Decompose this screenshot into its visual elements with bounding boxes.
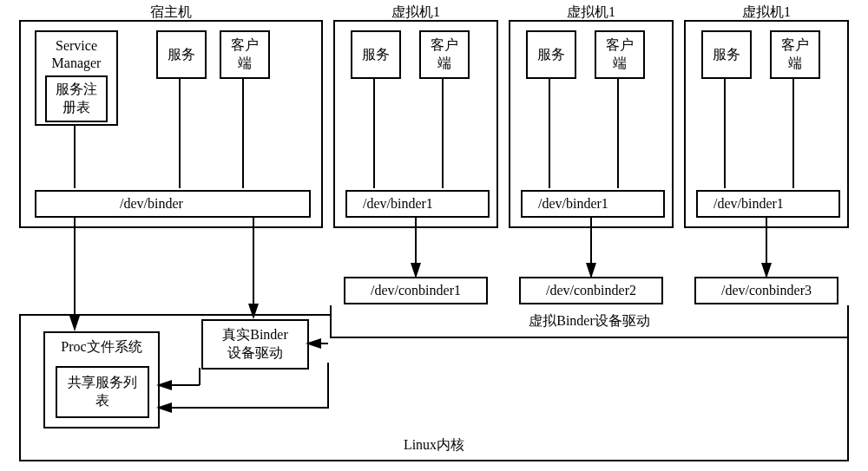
diagram-canvas: 宿主机 Service Manager 服务注 册表 服务 客户 端 /dev/…	[0, 0, 868, 471]
vm2-service-label: 服务	[537, 46, 565, 64]
vm2-client-box: 客户 端	[595, 30, 645, 79]
vm1-service-label: 服务	[362, 46, 390, 64]
conbinder2-label: /dev/conbinder2	[546, 283, 636, 298]
conbinder3-box: /dev/conbinder3	[694, 277, 838, 304]
conbinder1-box: /dev/conbinder1	[344, 277, 488, 304]
vm2-binder-box: /dev/binder1	[521, 190, 665, 218]
proc-box: Proc文件系统 共享服务列 表	[43, 331, 160, 428]
vm2-client-label: 客户 端	[606, 36, 634, 73]
host-client-label: 客户 端	[231, 36, 259, 73]
vm3-client-label: 客户 端	[781, 36, 809, 73]
vm3-binder-label: /dev/binder1	[713, 196, 784, 212]
conbinder3-label: /dev/conbinder3	[721, 283, 812, 298]
vm3-binder-box: /dev/binder1	[696, 190, 840, 218]
conbinder1-label: /dev/conbinder1	[371, 283, 461, 298]
host-title: 宿主机	[21, 3, 321, 22]
kernel-title: Linux内核	[21, 436, 847, 455]
vm2-box: 虚拟机1 服务 客户 端 /dev/binder1	[509, 20, 674, 228]
vm3-box: 虚拟机1 服务 客户 端 /dev/binder1	[684, 20, 849, 228]
vm3-service-box: 服务	[701, 30, 752, 79]
vm2-service-box: 服务	[526, 30, 576, 79]
vm1-client-label: 客户 端	[431, 36, 458, 73]
vm2-title: 虚拟机1	[510, 3, 672, 22]
host-service-label: 服务	[168, 46, 195, 64]
host-client-box: 客户 端	[220, 30, 270, 79]
vm1-title: 虚拟机1	[335, 3, 496, 22]
conbinder2-box: /dev/conbinder2	[519, 277, 663, 304]
real-binder-driver-box: 真实Binder 设备驱动	[201, 319, 309, 370]
shared-service-box: 共享服务列 表	[56, 366, 149, 418]
real-binder-driver-label: 真实Binder 设备驱动	[222, 326, 288, 363]
vm1-binder-label: /dev/binder1	[363, 196, 433, 212]
virtual-binder-driver-label: 虚拟Binder设备驱动	[529, 312, 650, 330]
vm1-binder-box: /dev/binder1	[345, 190, 490, 218]
host-service-box: 服务	[156, 30, 207, 79]
vm1-client-box: 客户 端	[419, 30, 470, 79]
proc-label: Proc文件系统	[45, 338, 158, 357]
vm3-title: 虚拟机1	[686, 3, 847, 22]
vm1-box: 虚拟机1 服务 客户 端 /dev/binder1	[333, 20, 498, 228]
vm3-service-label: 服务	[713, 46, 740, 64]
service-manager-label: Service Manager	[52, 37, 102, 72]
vm3-client-box: 客户 端	[770, 30, 820, 79]
service-manager-box: Service Manager 服务注 册表	[35, 30, 118, 126]
service-registry-box: 服务注 册表	[45, 75, 108, 122]
kernel-box: Linux内核 Proc文件系统 共享服务列 表 真实Binder 设备驱动 虚…	[19, 314, 849, 461]
host-box: 宿主机 Service Manager 服务注 册表 服务 客户 端 /dev/…	[19, 20, 323, 228]
vm2-binder-label: /dev/binder1	[538, 196, 608, 212]
host-binder-box: /dev/binder	[35, 190, 311, 218]
shared-service-label: 共享服务列 表	[68, 374, 137, 410]
virtual-binder-driver-box: 虚拟Binder设备驱动	[330, 305, 849, 338]
host-binder-label: /dev/binder	[120, 196, 183, 212]
vm1-service-box: 服务	[351, 30, 401, 79]
service-registry-label: 服务注 册表	[56, 81, 97, 117]
